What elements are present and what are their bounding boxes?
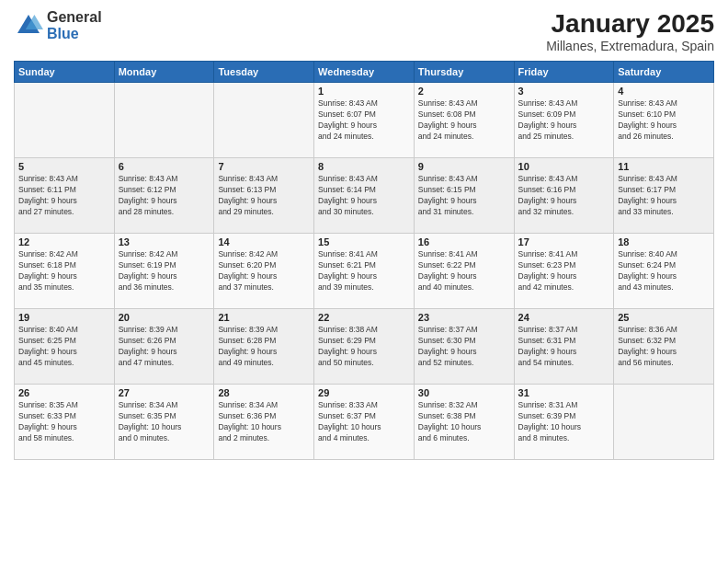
page-container: General Blue January 2025 Millanes, Extr… (0, 0, 728, 563)
day-number: 17 (518, 236, 610, 247)
day-info: Sunrise: 8:43 AM Sunset: 6:16 PM Dayligh… (518, 174, 610, 218)
calendar-cell: 14Sunrise: 8:42 AM Sunset: 6:20 PM Dayli… (214, 234, 314, 309)
day-number: 23 (418, 312, 510, 323)
day-number: 18 (618, 236, 710, 247)
day-info: Sunrise: 8:41 AM Sunset: 6:22 PM Dayligh… (418, 249, 510, 293)
day-number: 13 (119, 236, 210, 247)
day-info: Sunrise: 8:39 AM Sunset: 6:26 PM Dayligh… (119, 325, 210, 369)
calendar-week-2: 5Sunrise: 8:43 AM Sunset: 6:11 PM Daylig… (15, 158, 714, 234)
weekday-header-friday: Friday (514, 62, 614, 83)
calendar-cell (214, 83, 314, 158)
day-number: 1 (318, 86, 410, 97)
day-info: Sunrise: 8:33 AM Sunset: 6:37 PM Dayligh… (318, 400, 410, 444)
day-number: 2 (418, 86, 510, 97)
day-number: 26 (18, 387, 110, 398)
logo-general: General (47, 9, 102, 26)
calendar-cell: 8Sunrise: 8:43 AM Sunset: 6:14 PM Daylig… (314, 158, 415, 234)
calendar-cell: 24Sunrise: 8:37 AM Sunset: 6:31 PM Dayli… (514, 309, 614, 385)
calendar-cell: 12Sunrise: 8:42 AM Sunset: 6:18 PM Dayli… (15, 234, 115, 309)
day-number: 10 (518, 161, 610, 172)
calendar-cell: 10Sunrise: 8:43 AM Sunset: 6:16 PM Dayli… (514, 158, 614, 234)
calendar-cell (15, 83, 115, 158)
calendar-week-5: 26Sunrise: 8:35 AM Sunset: 6:33 PM Dayli… (15, 385, 714, 460)
day-number: 6 (119, 161, 210, 172)
location-title: Millanes, Extremadura, Spain (546, 39, 714, 53)
calendar-week-3: 12Sunrise: 8:42 AM Sunset: 6:18 PM Dayli… (15, 234, 714, 309)
calendar-cell: 29Sunrise: 8:33 AM Sunset: 6:37 PM Dayli… (314, 385, 415, 460)
day-info: Sunrise: 8:43 AM Sunset: 6:15 PM Dayligh… (418, 174, 510, 218)
header: General Blue January 2025 Millanes, Extr… (14, 9, 714, 53)
calendar-week-1: 1Sunrise: 8:43 AM Sunset: 6:07 PM Daylig… (15, 83, 714, 158)
title-block: January 2025 Millanes, Extremadura, Spai… (546, 9, 714, 53)
day-info: Sunrise: 8:37 AM Sunset: 6:30 PM Dayligh… (418, 325, 510, 369)
calendar-cell: 30Sunrise: 8:32 AM Sunset: 6:38 PM Dayli… (414, 385, 514, 460)
day-number: 15 (318, 236, 410, 247)
day-info: Sunrise: 8:37 AM Sunset: 6:31 PM Dayligh… (518, 325, 610, 369)
day-info: Sunrise: 8:32 AM Sunset: 6:38 PM Dayligh… (418, 400, 510, 444)
day-number: 3 (518, 86, 610, 97)
calendar-cell: 7Sunrise: 8:43 AM Sunset: 6:13 PM Daylig… (214, 158, 314, 234)
day-info: Sunrise: 8:43 AM Sunset: 6:10 PM Dayligh… (618, 98, 710, 143)
day-info: Sunrise: 8:43 AM Sunset: 6:12 PM Dayligh… (119, 174, 210, 218)
calendar-cell: 16Sunrise: 8:41 AM Sunset: 6:22 PM Dayli… (414, 234, 514, 309)
day-info: Sunrise: 8:42 AM Sunset: 6:20 PM Dayligh… (218, 249, 310, 293)
day-info: Sunrise: 8:43 AM Sunset: 6:08 PM Dayligh… (418, 98, 510, 143)
day-info: Sunrise: 8:39 AM Sunset: 6:28 PM Dayligh… (218, 325, 310, 369)
calendar-cell (614, 385, 714, 460)
day-number: 21 (218, 312, 310, 323)
calendar-cell: 17Sunrise: 8:41 AM Sunset: 6:23 PM Dayli… (514, 234, 614, 309)
calendar-cell: 1Sunrise: 8:43 AM Sunset: 6:07 PM Daylig… (314, 83, 415, 158)
calendar-cell: 25Sunrise: 8:36 AM Sunset: 6:32 PM Dayli… (614, 309, 714, 385)
day-number: 8 (318, 161, 410, 172)
day-info: Sunrise: 8:41 AM Sunset: 6:23 PM Dayligh… (518, 249, 610, 293)
weekday-header-tuesday: Tuesday (214, 62, 314, 83)
day-number: 9 (418, 161, 510, 172)
day-number: 5 (18, 161, 110, 172)
calendar-cell: 19Sunrise: 8:40 AM Sunset: 6:25 PM Dayli… (15, 309, 115, 385)
day-info: Sunrise: 8:31 AM Sunset: 6:39 PM Dayligh… (518, 400, 610, 444)
day-info: Sunrise: 8:36 AM Sunset: 6:32 PM Dayligh… (618, 325, 710, 369)
calendar-cell: 23Sunrise: 8:37 AM Sunset: 6:30 PM Dayli… (414, 309, 514, 385)
calendar-cell: 15Sunrise: 8:41 AM Sunset: 6:21 PM Dayli… (314, 234, 415, 309)
day-number: 12 (18, 236, 110, 247)
day-number: 28 (218, 387, 310, 398)
day-info: Sunrise: 8:43 AM Sunset: 6:11 PM Dayligh… (18, 174, 110, 218)
calendar-cell: 4Sunrise: 8:43 AM Sunset: 6:10 PM Daylig… (614, 83, 714, 158)
day-info: Sunrise: 8:40 AM Sunset: 6:24 PM Dayligh… (618, 249, 710, 293)
logo-icon (14, 11, 43, 40)
calendar-week-4: 19Sunrise: 8:40 AM Sunset: 6:25 PM Dayli… (15, 309, 714, 385)
calendar-cell: 6Sunrise: 8:43 AM Sunset: 6:12 PM Daylig… (114, 158, 214, 234)
calendar-body: 1Sunrise: 8:43 AM Sunset: 6:07 PM Daylig… (15, 83, 714, 460)
calendar-cell: 22Sunrise: 8:38 AM Sunset: 6:29 PM Dayli… (314, 309, 415, 385)
day-info: Sunrise: 8:43 AM Sunset: 6:14 PM Dayligh… (318, 174, 410, 218)
calendar-cell: 26Sunrise: 8:35 AM Sunset: 6:33 PM Dayli… (15, 385, 115, 460)
logo: General Blue (14, 9, 102, 41)
calendar-cell: 18Sunrise: 8:40 AM Sunset: 6:24 PM Dayli… (614, 234, 714, 309)
weekday-header-thursday: Thursday (414, 62, 514, 83)
weekday-header-row: SundayMondayTuesdayWednesdayThursdayFrid… (15, 62, 714, 83)
day-info: Sunrise: 8:38 AM Sunset: 6:29 PM Dayligh… (318, 325, 410, 369)
calendar-cell: 2Sunrise: 8:43 AM Sunset: 6:08 PM Daylig… (414, 83, 514, 158)
day-info: Sunrise: 8:34 AM Sunset: 6:35 PM Dayligh… (119, 400, 210, 444)
day-number: 31 (518, 387, 610, 398)
month-title: January 2025 (546, 9, 714, 39)
day-info: Sunrise: 8:35 AM Sunset: 6:33 PM Dayligh… (18, 400, 110, 444)
day-info: Sunrise: 8:43 AM Sunset: 6:13 PM Dayligh… (218, 174, 310, 218)
calendar-cell: 28Sunrise: 8:34 AM Sunset: 6:36 PM Dayli… (214, 385, 314, 460)
day-info: Sunrise: 8:42 AM Sunset: 6:18 PM Dayligh… (18, 249, 110, 293)
day-number: 30 (418, 387, 510, 398)
weekday-header-sunday: Sunday (15, 62, 115, 83)
weekday-header-wednesday: Wednesday (314, 62, 415, 83)
day-info: Sunrise: 8:43 AM Sunset: 6:17 PM Dayligh… (618, 174, 710, 218)
day-number: 7 (218, 161, 310, 172)
day-number: 22 (318, 312, 410, 323)
day-info: Sunrise: 8:42 AM Sunset: 6:19 PM Dayligh… (119, 249, 210, 293)
calendar-cell: 9Sunrise: 8:43 AM Sunset: 6:15 PM Daylig… (414, 158, 514, 234)
logo-blue: Blue (47, 26, 102, 42)
day-number: 20 (119, 312, 210, 323)
calendar-cell: 27Sunrise: 8:34 AM Sunset: 6:35 PM Dayli… (114, 385, 214, 460)
day-info: Sunrise: 8:41 AM Sunset: 6:21 PM Dayligh… (318, 249, 410, 293)
day-number: 14 (218, 236, 310, 247)
calendar-cell: 21Sunrise: 8:39 AM Sunset: 6:28 PM Dayli… (214, 309, 314, 385)
calendar-cell: 20Sunrise: 8:39 AM Sunset: 6:26 PM Dayli… (114, 309, 214, 385)
